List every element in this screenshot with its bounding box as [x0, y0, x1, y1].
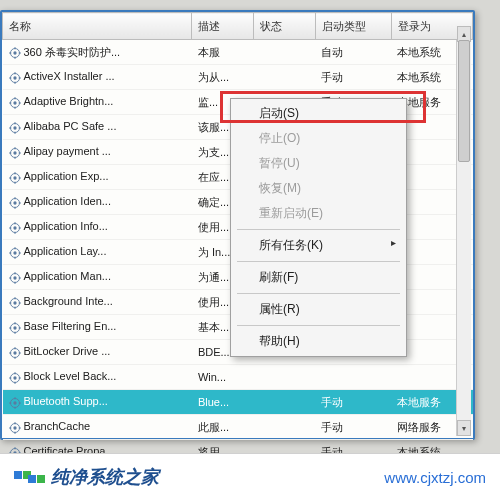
svg-point-61 — [13, 301, 16, 304]
svg-point-19 — [13, 126, 16, 129]
cell-start-type — [315, 365, 391, 390]
ctx-separator — [237, 261, 400, 262]
gear-icon — [9, 372, 21, 384]
cell-status — [254, 415, 316, 440]
gear-icon — [9, 222, 21, 234]
gear-icon — [9, 122, 21, 134]
ctx-separator — [237, 229, 400, 230]
cell-name: Application Man... — [3, 265, 192, 290]
svg-point-85 — [13, 401, 16, 404]
cell-desc: Win... — [192, 365, 254, 390]
cell-start-type: 手动 — [315, 415, 391, 440]
cell-name: Block Level Back... — [3, 365, 192, 390]
gear-icon — [9, 322, 21, 334]
cell-name: Application Exp... — [3, 165, 192, 190]
cell-name: Base Filtering En... — [3, 315, 192, 340]
svg-point-1 — [13, 51, 16, 54]
svg-point-13 — [13, 101, 16, 104]
table-row[interactable]: Bluetooth Supp...Blue...手动本地服务 — [3, 390, 473, 415]
cell-desc: Blue... — [192, 390, 254, 415]
scroll-thumb[interactable] — [458, 40, 470, 162]
table-header: 名称 描述 状态 启动类型 登录为 — [3, 13, 473, 40]
scroll-down-arrow[interactable]: ▾ — [457, 420, 471, 436]
table-row[interactable]: ActiveX Installer ...为从...手动本地系统 — [3, 65, 473, 90]
gear-icon — [9, 197, 21, 209]
svg-point-43 — [13, 226, 16, 229]
cell-status — [254, 365, 316, 390]
gear-icon — [9, 272, 21, 284]
cell-name: Bluetooth Supp... — [3, 390, 192, 415]
cell-name: Alipay payment ... — [3, 140, 192, 165]
ctx-stop: 停止(O) — [231, 126, 406, 151]
cell-name: Adaptive Brightn... — [3, 90, 192, 115]
col-header-desc[interactable]: 描述 — [192, 13, 254, 40]
cell-start-type: 手动 — [315, 65, 391, 90]
cell-name: BitLocker Drive ... — [3, 340, 192, 365]
gear-icon — [9, 297, 21, 309]
cell-start-type: 手动 — [315, 390, 391, 415]
gear-icon — [9, 147, 21, 159]
gear-icon — [9, 97, 21, 109]
table-row[interactable]: BranchCache此服...手动网络服务 — [3, 415, 473, 440]
cell-desc: 本服 — [192, 40, 254, 65]
col-header-start-type[interactable]: 启动类型 — [315, 13, 391, 40]
cell-start-type: 自动 — [315, 40, 391, 65]
svg-point-37 — [13, 201, 16, 204]
ctx-properties[interactable]: 属性(R) — [231, 297, 406, 322]
gear-icon — [9, 397, 21, 409]
watermark-footer: 纯净系统之家 www.cjxtzj.com — [0, 453, 500, 500]
ctx-refresh[interactable]: 刷新(F) — [231, 265, 406, 290]
cell-name: BranchCache — [3, 415, 192, 440]
gear-icon — [9, 247, 21, 259]
svg-point-91 — [13, 426, 16, 429]
gear-icon — [9, 347, 21, 359]
col-header-name[interactable]: 名称 — [3, 13, 192, 40]
svg-point-67 — [13, 326, 16, 329]
svg-point-73 — [13, 351, 16, 354]
brand-text: 纯净系统之家 — [51, 465, 159, 489]
cell-name: Background Inte... — [3, 290, 192, 315]
cell-desc: 为从... — [192, 65, 254, 90]
ctx-separator — [237, 325, 400, 326]
ctx-resume: 恢复(M) — [231, 176, 406, 201]
ctx-help[interactable]: 帮助(H) — [231, 329, 406, 354]
gear-icon — [9, 422, 21, 434]
svg-point-79 — [13, 376, 16, 379]
col-header-status[interactable]: 状态 — [254, 13, 316, 40]
table-row[interactable]: Block Level Back...Win... — [3, 365, 473, 390]
svg-point-25 — [13, 151, 16, 154]
gear-icon — [9, 47, 21, 59]
cell-name: Application Lay... — [3, 240, 192, 265]
ctx-pause: 暂停(U) — [231, 151, 406, 176]
ctx-start[interactable]: 启动(S) — [231, 101, 406, 126]
gear-icon — [9, 72, 21, 84]
svg-point-55 — [13, 276, 16, 279]
vertical-scrollbar[interactable]: ▴ ▾ — [456, 40, 471, 436]
cell-status — [254, 390, 316, 415]
svg-point-7 — [13, 76, 16, 79]
svg-point-49 — [13, 251, 16, 254]
cell-name: Application Iden... — [3, 190, 192, 215]
table-row[interactable]: 360 杀毒实时防护...本服自动本地系统 — [3, 40, 473, 65]
ctx-restart: 重新启动(E) — [231, 201, 406, 226]
cell-desc: 此服... — [192, 415, 254, 440]
windows-logo-icon — [14, 471, 45, 483]
ctx-all-tasks[interactable]: 所有任务(K) — [231, 233, 406, 258]
cell-name: Alibaba PC Safe ... — [3, 115, 192, 140]
ctx-separator — [237, 293, 400, 294]
cell-name: ActiveX Installer ... — [3, 65, 192, 90]
brand: 纯净系统之家 — [14, 465, 159, 489]
cell-status — [254, 65, 316, 90]
svg-point-31 — [13, 176, 16, 179]
cell-name: Application Info... — [3, 215, 192, 240]
cell-status — [254, 40, 316, 65]
context-menu: 启动(S) 停止(O) 暂停(U) 恢复(M) 重新启动(E) 所有任务(K) … — [230, 98, 407, 357]
brand-url: www.cjxtzj.com — [384, 469, 486, 486]
gear-icon — [9, 172, 21, 184]
cell-name: 360 杀毒实时防护... — [3, 40, 192, 65]
screenshot-root: 登录程 设备 关联 名称 描述 状态 启动类型 登录为 360 杀毒实时防护..… — [0, 0, 500, 500]
